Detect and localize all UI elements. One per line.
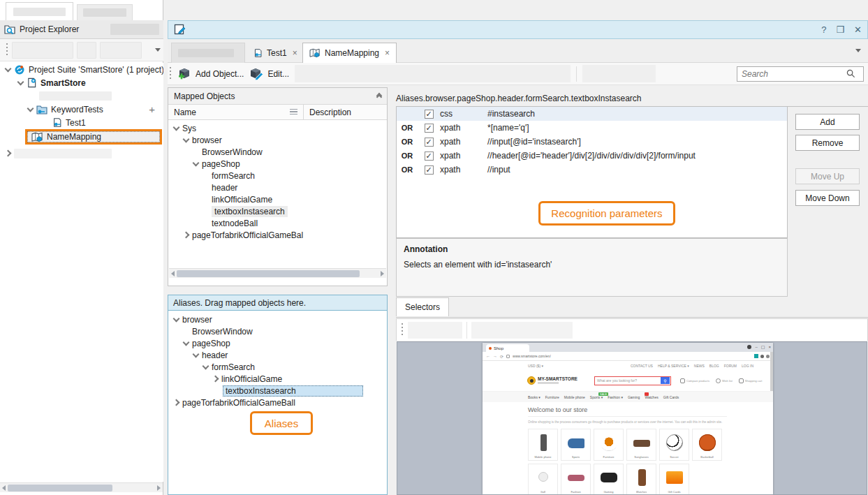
shop-header-actions: Compare products Wish list Shopping cart bbox=[680, 378, 762, 383]
chevron-expanded-icon[interactable] bbox=[27, 105, 34, 112]
selectors-tab[interactable]: Selectors bbox=[396, 297, 449, 316]
alias-linkofficialgame[interactable]: linkOfficialGame bbox=[168, 373, 387, 385]
mapped-item-formsearch[interactable]: formSearch bbox=[168, 170, 387, 182]
mapped-item-sys[interactable]: Sys bbox=[168, 122, 387, 134]
move-down-button[interactable]: Move Down bbox=[795, 190, 860, 206]
alias-textboxinstasearch-selected[interactable]: textboxInstasearch bbox=[168, 385, 387, 397]
tree-item-keywordtests[interactable]: KeywordTests + bbox=[0, 103, 163, 116]
edit-button[interactable]: Edit... bbox=[249, 67, 289, 81]
scroll-left-icon[interactable] bbox=[171, 271, 175, 276]
column-name[interactable]: Name bbox=[168, 105, 304, 119]
toolbar-redacted-area[interactable] bbox=[295, 65, 571, 82]
alias-browserwindow[interactable]: BrowserWindow bbox=[168, 325, 387, 337]
toolbar-redacted-area[interactable] bbox=[582, 65, 656, 82]
preview-toolbar-button-redacted[interactable] bbox=[471, 322, 573, 339]
alias-pageshop[interactable]: pageShop bbox=[168, 337, 387, 349]
mapped-item-textnodeball[interactable]: textnodeBall bbox=[168, 217, 387, 229]
selector-row-xpath-2[interactable]: OR ✓ xpath //input[@id='instasearch'] bbox=[397, 135, 787, 149]
editor-titlebar: ? ❒ ✕ bbox=[168, 20, 868, 39]
selector-type: xpath bbox=[440, 123, 487, 133]
tree-item-project[interactable]: SmartStore bbox=[0, 76, 163, 89]
maximize-button[interactable]: ❒ bbox=[836, 24, 844, 35]
search-box[interactable] bbox=[737, 66, 864, 82]
alias-header[interactable]: header bbox=[168, 349, 387, 361]
document-tab-namemapping-active[interactable]: NameMapping × bbox=[302, 43, 397, 63]
selector-row-xpath-1[interactable]: OR ✓ xpath *[name='q'] bbox=[397, 121, 787, 135]
shop-search-placeholder: What are you looking for? bbox=[595, 378, 661, 383]
alias-formsearch[interactable]: formSearch bbox=[168, 361, 387, 373]
edit-label: Edit... bbox=[267, 69, 289, 79]
mapped-item-textboxinstasearch-selected[interactable]: textboxInstasearch bbox=[168, 205, 387, 217]
document-tab-redacted[interactable] bbox=[171, 43, 245, 63]
toolbar-drag-handle[interactable] bbox=[6, 43, 8, 57]
toolbar-drag-handle[interactable] bbox=[401, 323, 404, 337]
tree-item-collapsed-redacted[interactable] bbox=[0, 147, 163, 160]
toolbar-overflow-chevron-icon[interactable] bbox=[155, 48, 161, 52]
test1-label: Test1 bbox=[66, 118, 86, 128]
column-description[interactable]: Description bbox=[304, 105, 387, 119]
redacted-header-control[interactable] bbox=[110, 24, 159, 35]
mapped-item-browser[interactable]: browser bbox=[168, 134, 387, 146]
alias-pagetorfabrik[interactable]: pageTorfabrikOfficialGameBall bbox=[168, 397, 387, 408]
scrollbar-thumb[interactable] bbox=[177, 270, 360, 277]
help-button[interactable]: ? bbox=[821, 24, 826, 35]
project-explorer-header: Project Explorer bbox=[0, 20, 163, 39]
column-menu-icon[interactable] bbox=[290, 109, 297, 115]
tab-list-chevron-icon[interactable] bbox=[855, 49, 861, 52]
tab-close-icon[interactable]: × bbox=[293, 48, 297, 58]
add-object-button[interactable]: Add Object... bbox=[177, 67, 244, 81]
tree-item-test1[interactable]: Test1 bbox=[0, 116, 163, 129]
checkbox-checked-icon[interactable]: ✓ bbox=[425, 165, 434, 175]
or-label: OR bbox=[397, 138, 418, 146]
alias-browser[interactable]: browser bbox=[168, 313, 387, 325]
mapped-item-pageshop[interactable]: pageShop bbox=[168, 158, 387, 170]
toolbar-button-redacted[interactable] bbox=[77, 42, 96, 59]
cube-edit-icon bbox=[249, 67, 264, 81]
checkbox-checked-icon[interactable]: ✓ bbox=[425, 138, 434, 147]
mapped-item-browserwindow[interactable]: BrowserWindow bbox=[168, 146, 387, 158]
selectors-table: ✓ css #instasearch OR ✓ xpath *[name='q'… bbox=[396, 106, 788, 238]
checkbox-checked-icon[interactable]: ✓ bbox=[425, 124, 434, 133]
add-test-plus-icon[interactable]: + bbox=[149, 103, 155, 115]
chevron-expanded-icon[interactable] bbox=[17, 78, 24, 85]
action-label: Shopping cart bbox=[745, 379, 763, 383]
checkbox-checked-icon[interactable]: ✓ bbox=[425, 110, 434, 119]
mapped-item-header[interactable]: header bbox=[168, 182, 387, 193]
collapse-panel-icon[interactable] bbox=[377, 94, 381, 99]
mapped-item-pagetorfabrik[interactable]: pageTorfabrikOfficialGameBal bbox=[168, 229, 387, 241]
move-up-button[interactable]: Move Up bbox=[795, 168, 860, 184]
or-label: OR bbox=[397, 152, 418, 160]
tree-item-redacted[interactable] bbox=[0, 89, 163, 103]
close-button[interactable]: ✕ bbox=[854, 24, 862, 35]
annotation-section: Annotation Selects an element with id='i… bbox=[396, 238, 788, 297]
tab-close-icon[interactable]: × bbox=[385, 48, 390, 58]
remove-button[interactable]: Remove bbox=[795, 135, 860, 151]
tile-label: Sunglasses bbox=[634, 455, 649, 459]
selector-row-xpath-3[interactable]: OR ✓ xpath //header[@id='header']/div[2]… bbox=[397, 149, 787, 163]
selector-row-xpath-4[interactable]: OR ✓ xpath //input bbox=[397, 163, 787, 177]
tree-item-namemapping-selected[interactable]: NameMapping bbox=[25, 129, 162, 145]
tab-test1-label: Test1 bbox=[267, 48, 287, 58]
workspace-tab-inactive[interactable] bbox=[77, 4, 133, 20]
tree-item-project-suite[interactable]: Project Suite 'SmartStore' (1 project) bbox=[0, 63, 163, 76]
toolbar-button-redacted[interactable] bbox=[12, 42, 73, 59]
scroll-right-icon[interactable] bbox=[381, 271, 384, 276]
top-link: HELP & SERVICE ▾ bbox=[658, 364, 689, 368]
mapped-objects-hscrollbar[interactable] bbox=[169, 268, 386, 278]
checkbox-checked-icon[interactable]: ✓ bbox=[425, 152, 434, 161]
toolbar-drag-handle[interactable] bbox=[169, 67, 172, 81]
scroll-left-icon[interactable] bbox=[2, 485, 6, 491]
mapped-item-linkofficialgame[interactable]: linkOfficialGame bbox=[168, 193, 387, 205]
chevron-collapsed-icon[interactable] bbox=[5, 150, 12, 157]
search-input[interactable] bbox=[742, 69, 846, 79]
add-button[interactable]: Add bbox=[795, 114, 860, 130]
document-tab-test1[interactable]: Test1 × bbox=[247, 43, 304, 63]
scroll-right-icon[interactable] bbox=[157, 485, 161, 491]
project-explorer-hscrollbar[interactable] bbox=[0, 482, 163, 492]
workspace-tab-active[interactable] bbox=[6, 2, 73, 20]
preview-toolbar-button-redacted[interactable] bbox=[408, 322, 462, 339]
toolbar-button-redacted[interactable] bbox=[100, 42, 142, 59]
scrollbar-thumb[interactable] bbox=[8, 485, 112, 492]
selector-row-css[interactable]: ✓ css #instasearch bbox=[397, 107, 787, 121]
chevron-expanded-icon[interactable] bbox=[5, 65, 12, 72]
